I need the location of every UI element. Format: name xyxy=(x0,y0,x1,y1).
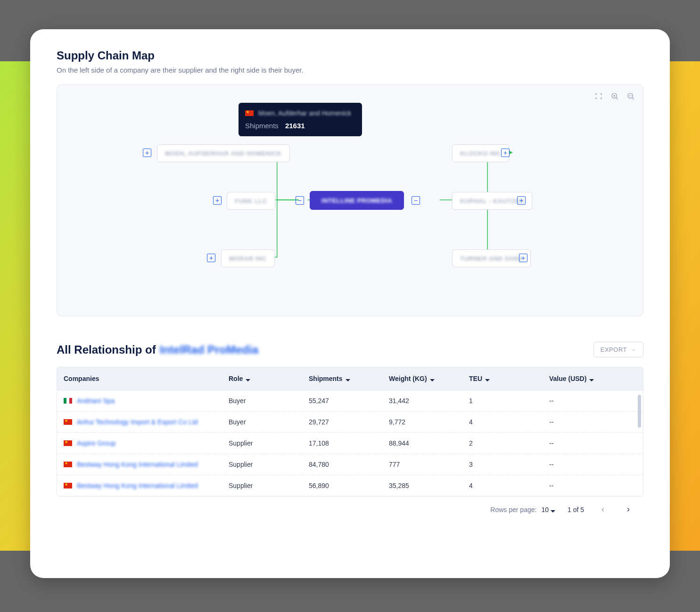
export-button[interactable]: EXPORT xyxy=(593,342,643,357)
expand-buyer-1[interactable]: + xyxy=(501,149,510,157)
company-link[interactable]: Anhui Technology Import & Export Co Ltd xyxy=(77,418,198,426)
cell-role: Supplier xyxy=(229,461,309,468)
sort-caret-icon xyxy=(246,376,250,381)
col-weight[interactable]: Weight (KG) xyxy=(389,375,469,382)
cell-role: Buyer xyxy=(229,418,309,426)
expand-supplier-3[interactable]: + xyxy=(207,254,215,262)
sort-caret-icon xyxy=(589,376,594,381)
cell-role: Supplier xyxy=(229,482,309,489)
prev-page-button[interactable] xyxy=(596,503,609,516)
rows-per-page-label: Rows per page: xyxy=(490,506,536,513)
supplier-node-1[interactable]: MOEN, AUFDERHAR AND HOMENICK xyxy=(157,144,290,162)
node-label: FUNK LLC xyxy=(235,198,267,205)
chevron-down-icon xyxy=(631,347,636,353)
company-link[interactable]: Andriani Spa xyxy=(77,397,115,405)
cn-flag-icon xyxy=(64,462,72,467)
sort-caret-icon xyxy=(430,376,435,381)
it-flag-icon xyxy=(64,398,72,404)
col-value[interactable]: Value (USD) xyxy=(549,375,636,382)
collapse-suppliers[interactable]: − xyxy=(296,196,304,205)
rows-per-page-select[interactable]: 10 xyxy=(541,506,555,513)
chevron-down-icon xyxy=(551,507,555,512)
col-role[interactable]: Role xyxy=(229,375,309,382)
table-row[interactable]: Aspire GroupSupplier17,10888,9442-- xyxy=(57,432,643,454)
cell-shipments: 29,727 xyxy=(309,418,389,426)
cn-flag-icon xyxy=(64,483,72,488)
node-label: TURNER AND SONS xyxy=(460,255,523,262)
expand-buyer-2[interactable]: + xyxy=(517,196,526,205)
relationship-header: All Relationship of IntelRad ProMedia EX… xyxy=(57,342,643,357)
next-page-button[interactable] xyxy=(622,503,635,516)
main-card: Supply Chain Map On the left side of a c… xyxy=(30,29,670,578)
cell-weight: 777 xyxy=(389,461,469,468)
cell-teu: 3 xyxy=(469,461,549,468)
supplier-node-2[interactable]: FUNK LLC xyxy=(227,192,275,210)
cell-weight: 9,772 xyxy=(389,418,469,426)
export-label: EXPORT xyxy=(601,346,627,353)
cell-shipments: 84,780 xyxy=(309,461,389,468)
company-link[interactable]: Bestway Hong Kong International Limited xyxy=(77,461,198,468)
cell-shipments: 17,108 xyxy=(309,439,389,447)
map-panel[interactable]: Moen, Aufderhar and Homenick Shipments 2… xyxy=(57,84,643,316)
pagination: Rows per page: 10 1 of 5 xyxy=(57,496,643,516)
col-teu[interactable]: TEU xyxy=(469,375,549,382)
cn-flag-icon xyxy=(245,110,254,116)
expand-supplier-2[interactable]: + xyxy=(213,196,222,205)
relationship-table: Companies Role Shipments Weight (KG) TEU… xyxy=(57,367,643,496)
cell-value: -- xyxy=(549,439,636,447)
table-header-row: Companies Role Shipments Weight (KG) TEU… xyxy=(57,367,643,390)
table-row[interactable]: Andriani SpaBuyer55,24731,4421-- xyxy=(57,390,643,411)
cell-teu: 1 xyxy=(469,397,549,405)
col-companies[interactable]: Companies xyxy=(64,375,229,382)
col-shipments[interactable]: Shipments xyxy=(309,375,389,382)
zoom-in-icon[interactable] xyxy=(610,91,619,101)
fullscreen-icon[interactable] xyxy=(594,91,603,101)
supply-chain-header: Supply Chain Map On the left side of a c… xyxy=(57,49,643,84)
cell-weight: 31,442 xyxy=(389,397,469,405)
cell-role: Supplier xyxy=(229,439,309,447)
cell-value: -- xyxy=(549,397,636,405)
node-label: MORAR INC xyxy=(229,255,267,262)
cell-teu: 4 xyxy=(469,482,549,489)
tooltip-company-name: Moen, Aufderhar and Homenick xyxy=(258,109,351,117)
collapse-buyers[interactable]: − xyxy=(412,196,420,205)
scrollbar-thumb[interactable] xyxy=(638,395,641,428)
cn-flag-icon xyxy=(64,440,72,446)
sort-caret-icon xyxy=(346,376,350,381)
section-subtitle: On the left side of a company are their … xyxy=(57,66,643,74)
cell-role: Buyer xyxy=(229,397,309,405)
section-title: Supply Chain Map xyxy=(57,49,643,62)
supplier-node-3[interactable]: MORAR INC xyxy=(221,249,275,267)
node-label: INTELLINE PROMEDIA xyxy=(321,197,392,204)
tooltip-stat-label: Shipments xyxy=(245,122,279,130)
cell-value: -- xyxy=(549,482,636,489)
center-node[interactable]: INTELLINE PROMEDIA xyxy=(310,191,404,210)
zoom-out-icon[interactable] xyxy=(626,91,635,101)
table-row[interactable]: Anhui Technology Import & Export Co LtdB… xyxy=(57,411,643,432)
tooltip-stat-value: 21631 xyxy=(285,122,305,130)
map-toolbar xyxy=(594,91,635,101)
cell-weight: 88,944 xyxy=(389,439,469,447)
sort-caret-icon xyxy=(485,376,490,381)
node-label: KUPHAL - KAUTZER xyxy=(460,198,524,205)
page-position: 1 of 5 xyxy=(568,506,584,513)
node-label: MOEN, AUFDERHAR AND HOMENICK xyxy=(165,150,282,157)
cell-teu: 2 xyxy=(469,439,549,447)
expand-buyer-3[interactable]: + xyxy=(519,254,527,262)
cn-flag-icon xyxy=(64,419,72,425)
cell-value: -- xyxy=(549,418,636,426)
table-row[interactable]: Bestway Hong Kong International LimitedS… xyxy=(57,475,643,496)
company-link[interactable]: Bestway Hong Kong International Limited xyxy=(77,482,198,489)
cell-shipments: 56,890 xyxy=(309,482,389,489)
cell-teu: 4 xyxy=(469,418,549,426)
company-link[interactable]: Aspire Group xyxy=(77,439,115,447)
node-tooltip: Moen, Aufderhar and Homenick Shipments 2… xyxy=(239,103,362,136)
cell-value: -- xyxy=(549,461,636,468)
expand-supplier-1[interactable]: + xyxy=(143,149,151,157)
cell-shipments: 55,247 xyxy=(309,397,389,405)
relationship-company-name: IntelRad ProMedia xyxy=(160,343,258,356)
node-label: KLOCKO INC xyxy=(460,150,501,157)
table-row[interactable]: Bestway Hong Kong International LimitedS… xyxy=(57,454,643,475)
relationship-title-prefix: All Relationship of xyxy=(57,343,156,356)
cell-weight: 35,285 xyxy=(389,482,469,489)
